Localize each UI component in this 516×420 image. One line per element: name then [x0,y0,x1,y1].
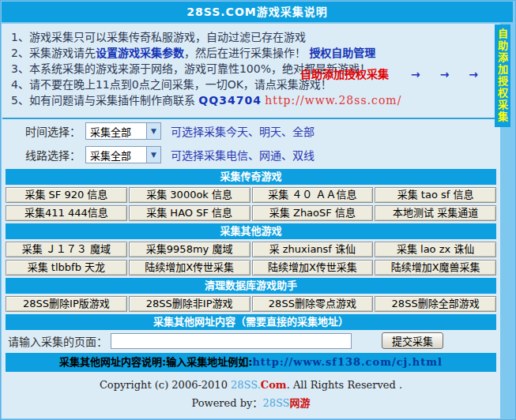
instructions-list: 1、游戏采集只可以采集传奇私服游戏，自动过滤已存在游戏 2、采集游戏请先设置游戏… [2,24,500,118]
page: 28SS.COM游戏采集说明 1、游戏采集只可以采集传奇私服游戏，自动过滤已存在… [0,0,516,420]
collect-button[interactable]: 采集 tao sf 信息 [375,187,496,203]
collect-button[interactable]: 采集 HAO SF 信息 [129,205,250,221]
28ss-site-link[interactable]: http://www.28ss.com/ [265,94,401,107]
instruction-5-text: 5、如有问题请与采集插件制作商联系 [11,94,198,107]
brand-com: Com [261,379,287,391]
route-select-value: 采集全部 [86,148,146,163]
collect-button[interactable]: 采集 Ｊ１７３ 魔域 [6,242,127,257]
instruction-5: 5、如有问题请与采集插件制作商联系 QQ34704 http://www.28s… [11,92,492,108]
url-input-label: 请输入采集的页面： [8,333,107,349]
instruction-2-text: 2、采集游戏请先 [11,47,96,59]
instruction-2: 2、采集游戏请先设置游戏采集参数，然后在进行采集操作！ 授权自助管理 [11,45,492,61]
coming-soon-cell[interactable]: 陆续增加X魔兽采集 [375,260,496,276]
route-selector-label: 线路选择： [25,147,81,163]
brand-wangyou: 网游 [290,397,311,409]
section-header-legend-games: 采集传奇游戏 [6,169,496,185]
copyright-line: Copyright (c) 2006-2010 28SS.Com. All Ri… [2,379,500,391]
collect-button[interactable]: 采 zhuxiansf 诛仙 [252,242,374,257]
powered-by-text: Powered by： [191,397,262,409]
route-selector-hint: 可选择采集电信、网通、双线 [171,147,314,163]
route-selector-row: 线路选择： 采集全部 ▼ 可选择采集电信、网通、双线 [2,143,500,167]
collect-button[interactable]: 采集 SF 920 信息 [6,187,127,203]
collect-button[interactable]: 采集 tlbbfb 天龙 [6,260,127,276]
contact-qq: QQ34704 [198,94,262,107]
page-title: 28SS.COM游戏采集说明 [2,2,513,22]
collect-button[interactable]: 采集9958my 魔域 [129,242,250,257]
instruction-2-mid: ，然后在进行采集操作！ [184,47,309,59]
coming-soon-cell[interactable]: 陆续增加X传世采集 [129,260,250,276]
time-selector-hint: 可选择采集今天、明天、全部 [171,123,314,139]
collect-button[interactable]: 采集 ４０ ＡＡ信息 [252,187,374,203]
note-text: 采集其他网址内容说明:输入采集地址例如: [59,356,252,368]
collect-button[interactable]: 采集 ZhaoSF 信息 [252,205,374,221]
other-games-grid: 采集 Ｊ１７３ 魔域 采集9958my 魔域 采 zhuxiansf 诛仙 采集… [6,242,496,276]
authorize-self-manage-link[interactable]: 授权自助管理 [309,47,375,59]
db-cleanup-grid: 28SS删除IP版游戏 28SS删除非IP游戏 28SS删除零点游戏 28SS删… [6,296,496,312]
section-header-url-collect: 采集其他网址内容（需要直接的采集地址） [6,314,496,330]
promo-label[interactable]: 自助添加授权采集 [300,68,389,81]
time-select[interactable]: 采集全部 ▼ [85,122,161,140]
brand-28ss: 28SS. [231,379,261,391]
brand-28ss: 28SS [262,397,289,409]
coming-soon-cell[interactable]: 陆续增加X传世采集 [252,260,374,276]
footer: Copyright (c) 2006-2010 28SS.Com. All Ri… [2,372,500,410]
url-collect-note: 采集其他网址内容说明:输入采集地址例如:http://www.sf138.com… [6,353,496,372]
local-test-channel-button[interactable]: 本地测试 采集通道 [375,205,496,221]
delete-button[interactable]: 28SS删除零点游戏 [252,296,374,312]
collect-button[interactable]: 采集 lao zx 诛仙 [375,242,496,257]
powered-by-line: Powered by：28SS网游 [2,391,500,410]
set-collect-params-link[interactable]: 设置游戏采集参数 [96,47,184,59]
url-input[interactable] [111,333,352,349]
section-header-other-games: 采集其他游戏 [6,223,496,239]
url-collect-row: 请输入采集的页面： 提交采集 [2,330,500,351]
instruction-1: 1、游戏采集只可以采集传奇私服游戏，自动过滤已存在游戏 [11,29,492,45]
copyright-text-post: . All Rights Reserved . [287,379,402,391]
section-header-db-cleanup: 清理数据库游戏助手 [6,278,496,294]
delete-button[interactable]: 28SS删除全部游戏 [375,296,496,312]
delete-button[interactable]: 28SS删除非IP游戏 [129,296,250,312]
main-panel: 1、游戏采集只可以采集传奇私服游戏，自动过滤已存在游戏 2、采集游戏请先设置游戏… [2,24,500,418]
collect-button[interactable]: 采集411 444信息 [6,205,127,221]
time-selector-label: 时间选择： [25,123,81,139]
delete-button[interactable]: 28SS删除IP版游戏 [6,296,127,312]
collect-button[interactable]: 采集 3000ok 信息 [129,187,250,203]
example-url: http://www.sf138.com/cj.html [252,356,443,368]
submit-collect-button[interactable]: 提交采集 [382,332,443,349]
self-authorize-promo[interactable]: 自助添加授权采集→ → → [300,66,478,81]
chevron-down-icon[interactable]: ▼ [146,147,160,163]
promo-arrows-icon: → → → [411,68,478,81]
time-select-value: 采集全部 [86,124,146,139]
route-select[interactable]: 采集全部 ▼ [85,146,161,163]
side-tab-self-authorize[interactable]: 自助添加授权采集 [495,24,510,127]
chevron-down-icon[interactable]: ▼ [146,123,160,139]
legend-games-grid: 采集 SF 920 信息 采集 3000ok 信息 采集 ４０ ＡＡ信息 采集 … [6,187,496,221]
time-selector-row: 时间选择： 采集全部 ▼ 可选择采集今天、明天、全部 [2,119,500,143]
copyright-text: Copyright (c) 2006-2010 [100,379,231,391]
